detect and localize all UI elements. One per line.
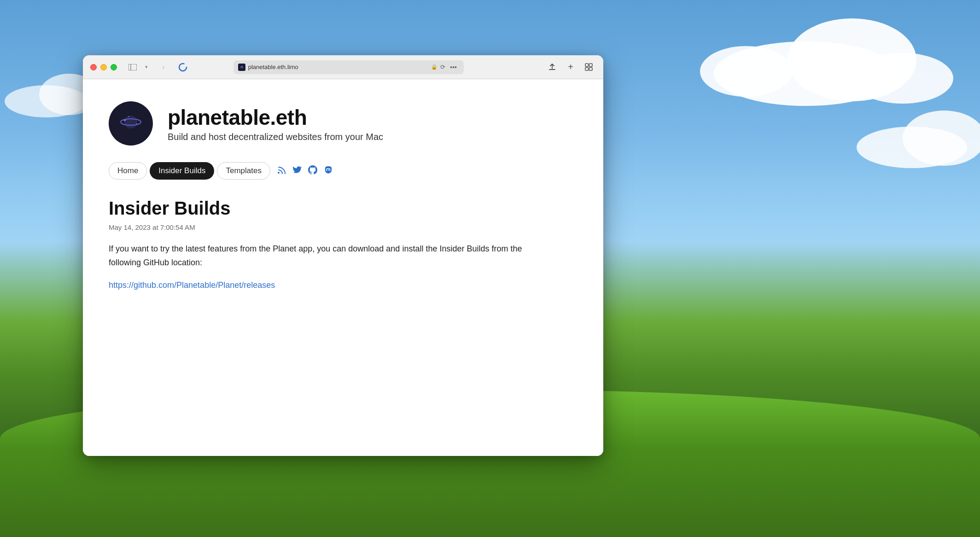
reload-button[interactable] <box>176 61 190 74</box>
browser-content: planetable.eth Build and host decentrali… <box>83 79 603 456</box>
page-reload-icon[interactable]: ⟳ <box>440 64 445 70</box>
article-content: Insider Builds May 14, 2023 at 7:00:54 A… <box>109 198 578 292</box>
share-button[interactable] <box>545 61 559 74</box>
new-tab-button[interactable]: + <box>564 61 578 74</box>
browser-window: ▾ ‹ planetable.eth.limo 🔒 ⟳ ••• <box>83 55 603 456</box>
svg-rect-15 <box>589 64 593 67</box>
svg-rect-14 <box>585 64 589 67</box>
svg-rect-16 <box>585 68 589 71</box>
nav-templates[interactable]: Templates <box>217 162 270 180</box>
mastodon-icon-link[interactable] <box>324 165 333 177</box>
close-button[interactable] <box>90 64 97 70</box>
site-favicon <box>238 64 245 71</box>
site-header: planetable.eth Build and host decentrali… <box>109 101 578 146</box>
sidebar-chevron-button[interactable]: ▾ <box>142 62 151 72</box>
maximize-button[interactable] <box>111 64 117 70</box>
traffic-lights <box>90 64 117 70</box>
sidebar-toggle-button[interactable] <box>126 62 139 72</box>
address-more-button[interactable]: ••• <box>448 63 459 72</box>
site-avatar <box>109 101 153 146</box>
article-body: If you want to try the latest features f… <box>109 242 551 292</box>
svg-point-21 <box>124 119 126 121</box>
url-text: planetable.eth.limo <box>248 64 428 70</box>
svg-point-22 <box>136 123 138 125</box>
svg-rect-8 <box>128 64 137 70</box>
svg-point-24 <box>278 172 280 174</box>
site-info: planetable.eth Build and host decentrali… <box>168 105 383 142</box>
nav-home[interactable]: Home <box>109 162 147 180</box>
svg-point-23 <box>128 116 129 117</box>
github-icon-link[interactable] <box>308 165 317 177</box>
browser-titlebar: ▾ ‹ planetable.eth.limo 🔒 ⟳ ••• <box>83 55 603 79</box>
svg-point-19 <box>124 116 137 128</box>
lock-icon: 🔒 <box>431 64 438 70</box>
browser-actions: + <box>545 61 596 74</box>
svg-rect-17 <box>589 68 593 71</box>
site-title: planetable.eth <box>168 105 383 130</box>
article-paragraph-1: If you want to try the latest features f… <box>109 242 551 269</box>
address-bar[interactable]: planetable.eth.limo 🔒 ⟳ ••• <box>233 60 464 74</box>
article-link[interactable]: https://github.com/Planetable/Planet/rel… <box>109 280 275 290</box>
nav-insider-builds[interactable]: Insider Builds <box>150 162 214 180</box>
site-navigation: Home Insider Builds Templates <box>109 162 578 180</box>
tab-overview-button[interactable] <box>582 61 596 74</box>
nav-social-icons <box>277 165 333 177</box>
back-button[interactable]: ‹ <box>157 61 170 74</box>
rss-icon-link[interactable] <box>277 165 286 177</box>
article-title: Insider Builds <box>109 198 578 219</box>
toolbar-controls: ▾ <box>126 62 151 72</box>
minimize-button[interactable] <box>100 64 107 70</box>
svg-point-10 <box>179 64 187 71</box>
svg-point-13 <box>241 66 242 67</box>
article-date: May 14, 2023 at 7:00:54 AM <box>109 223 578 231</box>
site-tagline: Build and host decentralized websites fr… <box>168 132 383 142</box>
twitter-icon-link[interactable] <box>292 165 302 177</box>
